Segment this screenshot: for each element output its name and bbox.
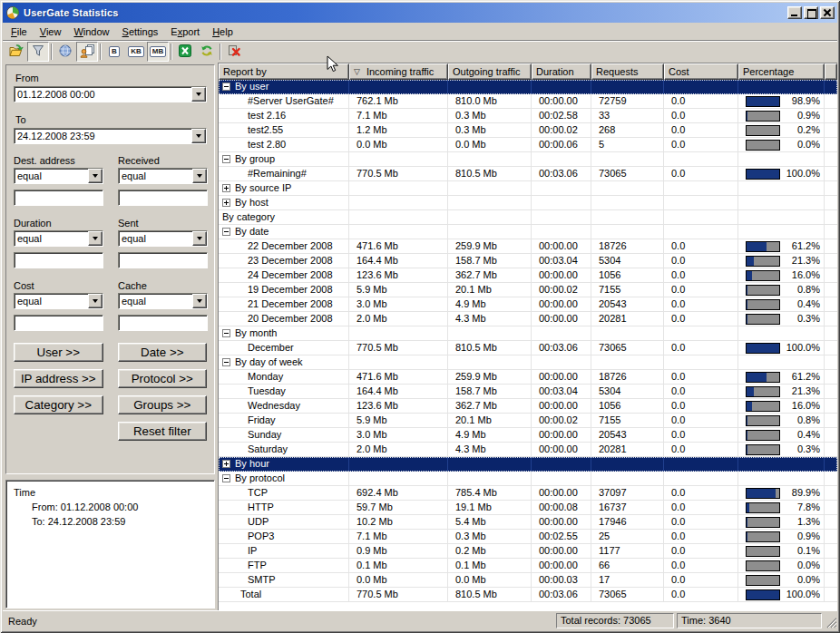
from-date-dropdown-button[interactable]	[191, 87, 206, 102]
collapse-icon[interactable]	[222, 228, 230, 236]
cost-value-input[interactable]	[14, 315, 103, 331]
dest-address-value-input[interactable]	[14, 190, 103, 206]
table-row[interactable]: IP0.9 Mb0.2 Mb00:00.0011770.00.1%	[219, 544, 837, 559]
table-row[interactable]: 22 December 2008471.6 Mb259.9 Mb00:00.00…	[219, 239, 837, 254]
sent-value-input[interactable]	[118, 252, 208, 268]
duration-operator-dropdown-button[interactable]	[88, 231, 103, 246]
category-button[interactable]: Category >>	[14, 395, 103, 414]
column-header-requests[interactable]: Requests	[591, 63, 664, 80]
table-row[interactable]: test2.551.2 Mb0.3 Mb00:00.022680.00.2%	[219, 123, 837, 138]
table-row[interactable]: Saturday2.0 Mb4.3 Mb00:00.00202810.00.3%	[219, 443, 837, 457]
dest-address-operator-select[interactable]: equal	[14, 168, 103, 184]
cache-value-input[interactable]	[118, 315, 208, 331]
dest-address-operator-dropdown-button[interactable]	[88, 169, 103, 183]
table-row[interactable]: SMTP0.0 Mb0.0 Mb00:00.03170.00.0%	[219, 573, 837, 588]
units-megabytes-button[interactable]: MB	[147, 42, 169, 62]
cost-operator-select[interactable]: equal	[14, 293, 103, 309]
maximize-button[interactable]	[804, 6, 818, 19]
open-report-button[interactable]	[5, 42, 27, 62]
column-header-duration[interactable]: Duration	[532, 63, 591, 80]
table-row[interactable]: test 2.167.1 Mb0.3 Mb00:02.58330.00.9%	[219, 109, 837, 123]
table-row[interactable]: By host	[219, 196, 837, 210]
expand-icon[interactable]	[222, 184, 230, 192]
to-date-select[interactable]: 24.12.2008 23:59	[14, 128, 207, 144]
table-row[interactable]: Sunday3.0 Mb4.9 Mb00:00.00205430.00.4%	[219, 428, 837, 443]
menu-help[interactable]: Help	[206, 24, 239, 39]
sent-operator-dropdown-button[interactable]	[192, 231, 207, 246]
menu-settings[interactable]: Settings	[116, 24, 165, 39]
traffic-view-button[interactable]	[54, 42, 76, 62]
table-row[interactable]: #Server UserGate#762.1 Mb810.0 Mb00:00.0…	[219, 94, 837, 109]
to-date-dropdown-button[interactable]	[191, 129, 206, 143]
table-row[interactable]: By source IP	[219, 181, 837, 196]
clear-button[interactable]	[223, 42, 245, 62]
expand-icon[interactable]	[222, 199, 230, 207]
table-row[interactable]: POP37.1 Mb0.3 Mb00:02.55250.00.9%	[219, 530, 837, 544]
table-row[interactable]: Wednesday123.6 Mb362.7 Mb00:00.0010560.0…	[219, 399, 837, 414]
table-row[interactable]: December770.5 Mb810.5 Mb00:03.06730650.0…	[219, 341, 837, 355]
table-row[interactable]: By month	[219, 326, 837, 341]
cache-operator-select[interactable]: equal	[118, 293, 208, 309]
table-row[interactable]: 20 December 20082.0 Mb4.3 Mb00:00.002028…	[219, 312, 837, 326]
table-row[interactable]: By hour	[219, 457, 837, 472]
column-header-outgoing-traffic[interactable]: Outgoing traffic	[448, 63, 532, 80]
table-row[interactable]: FTP0.1 Mb0.1 Mb00:00.00660.00.0%	[219, 559, 837, 573]
table-row[interactable]: 19 December 20085.9 Mb20.1 Mb00:00.02715…	[219, 283, 837, 297]
expand-icon[interactable]	[222, 460, 230, 468]
minimize-button[interactable]	[787, 6, 802, 19]
table-row[interactable]: 24 December 2008123.6 Mb362.7 Mb00:00.00…	[219, 268, 837, 283]
column-header-report-by[interactable]: Report by	[219, 63, 349, 80]
sent-operator-select[interactable]: equal	[118, 230, 208, 247]
column-header-cost[interactable]: Cost	[664, 63, 738, 80]
collapse-icon[interactable]	[222, 358, 230, 366]
resize-grip[interactable]	[825, 614, 836, 628]
reset-filter-button[interactable]: Reset filter	[118, 422, 208, 441]
collapse-icon[interactable]	[222, 474, 230, 482]
users-view-button[interactable]	[76, 42, 98, 62]
menu-export[interactable]: Export	[164, 24, 206, 39]
table-row[interactable]: Tuesday164.4 Mb158.7 Mb00:03.0453040.021…	[219, 385, 837, 399]
table-row[interactable]: test 2.800.0 Mb0.0 Mb00:00.0650.00.0%	[219, 138, 837, 152]
table-row[interactable]: HTTP59.7 Mb19.1 Mb00:00.08167370.07.8%	[219, 501, 837, 515]
table-row[interactable]: Total770.5 Mb810.5 Mb00:03.06730650.0100…	[219, 588, 837, 602]
collapse-icon[interactable]	[222, 329, 230, 337]
table-row[interactable]: By protocol	[219, 472, 837, 486]
menu-window[interactable]: Window	[67, 24, 115, 39]
close-button[interactable]	[820, 6, 835, 19]
date-button[interactable]: Date >>	[118, 343, 208, 362]
ip-address-button[interactable]: IP address >>	[14, 369, 103, 388]
export-excel-button[interactable]	[174, 42, 196, 62]
units-bytes-button[interactable]: B	[103, 42, 125, 62]
user-button[interactable]: User >>	[14, 343, 103, 362]
table-row[interactable]: Monday471.6 Mb259.9 Mb00:00.00187260.061…	[219, 370, 837, 385]
table-row[interactable]: By day of week	[219, 355, 837, 370]
menu-view[interactable]: View	[34, 24, 68, 39]
table-row[interactable]: By date	[219, 225, 837, 239]
refresh-button[interactable]	[196, 42, 218, 62]
collapse-icon[interactable]	[222, 155, 230, 163]
table-row[interactable]: By group	[219, 152, 837, 167]
table-row[interactable]: By user	[219, 80, 837, 94]
column-header-incoming-traffic[interactable]: ▽Incoming traffic	[349, 63, 448, 80]
protocol-button[interactable]: Protocol >>	[118, 369, 208, 388]
table-row[interactable]: TCP692.4 Mb785.4 Mb00:00.00370970.089.9%	[219, 486, 837, 501]
received-operator-dropdown-button[interactable]	[192, 169, 207, 183]
table-row[interactable]: 23 December 2008164.4 Mb158.7 Mb00:03.04…	[219, 254, 837, 268]
cache-operator-dropdown-button[interactable]	[192, 294, 207, 308]
received-value-input[interactable]	[118, 190, 208, 206]
units-kilobytes-button[interactable]: KB	[125, 42, 147, 62]
table-row[interactable]: Friday5.9 Mb20.1 Mb00:00.0271550.00.8%	[219, 414, 837, 428]
table-row[interactable]: By category	[219, 210, 837, 225]
collapse-icon[interactable]	[222, 83, 230, 91]
filter-button[interactable]	[27, 42, 49, 62]
duration-operator-select[interactable]: equal	[14, 230, 103, 247]
received-operator-select[interactable]: equal	[118, 168, 208, 184]
duration-value-input[interactable]	[14, 252, 103, 268]
table-row[interactable]: UDP10.2 Mb5.4 Mb00:00.00179460.01.3%	[219, 515, 837, 530]
table-row[interactable]: 21 December 20083.0 Mb4.9 Mb00:00.002054…	[219, 297, 837, 312]
column-header-percentage[interactable]: Percentage	[738, 63, 825, 80]
table-row[interactable]: #Remaining#770.5 Mb810.5 Mb00:03.0673065…	[219, 167, 837, 181]
menu-file[interactable]: File	[5, 24, 34, 39]
cost-operator-dropdown-button[interactable]	[88, 294, 103, 308]
from-date-select[interactable]: 01.12.2008 00:00	[14, 86, 207, 102]
